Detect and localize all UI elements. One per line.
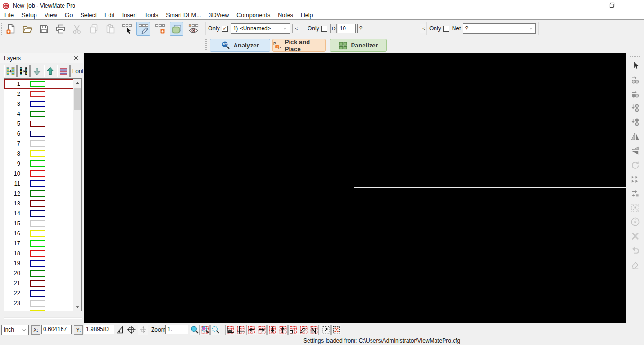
zoom-window-button[interactable] — [210, 325, 220, 335]
highlight-window-button[interactable] — [331, 325, 341, 335]
layer-row-20[interactable]: 20 — [4, 268, 73, 278]
menu-item-notes[interactable]: Notes — [274, 11, 297, 20]
layer-color-swatch[interactable] — [30, 230, 45, 237]
only-layer-checkbox[interactable]: ✓ — [222, 26, 228, 32]
x-coordinate-chip[interactable]: X: — [31, 325, 40, 335]
gerber-canvas[interactable] — [84, 53, 626, 323]
layer-row-6[interactable]: 6 — [4, 129, 73, 139]
dcode-chip[interactable]: D — [330, 24, 337, 33]
zoom-input[interactable]: 1. — [165, 325, 188, 334]
layer-row-4[interactable]: 4 — [4, 109, 73, 119]
layer-color-swatch[interactable] — [30, 91, 45, 97]
undo-button[interactable] — [628, 244, 642, 257]
layer-row-3[interactable]: 3 — [4, 99, 73, 109]
pan-up-button[interactable] — [278, 325, 288, 335]
scrollbar-thumb[interactable] — [74, 88, 81, 110]
rotate-button[interactable] — [628, 159, 642, 171]
layer-row-8[interactable]: 8 — [4, 149, 73, 159]
minimize-button[interactable] — [580, 0, 601, 11]
layer-list-scrollbar[interactable] — [73, 79, 81, 311]
menu-item-edit[interactable]: Edit — [100, 11, 118, 20]
menu-item-help[interactable]: Help — [297, 11, 317, 20]
layer-color-swatch[interactable] — [30, 300, 45, 307]
layer-row-13[interactable]: 13 — [4, 198, 73, 208]
frame-origin-button[interactable] — [225, 325, 235, 335]
menu-item-smart-dfm[interactable]: Smart DFM... — [162, 11, 205, 20]
menu-item-insert[interactable]: Insert — [118, 11, 141, 20]
analyzer-button[interactable]: PCB Analyzer — [210, 39, 270, 52]
pointer-button[interactable] — [628, 59, 642, 72]
new-job-button[interactable] — [4, 22, 18, 36]
select-next-button[interactable] — [628, 73, 642, 86]
toolbar-grip[interactable] — [630, 56, 640, 57]
layer-row-22[interactable]: 22 — [4, 288, 73, 298]
x-coordinate-input[interactable]: 0.604167 — [41, 325, 72, 334]
panelizer-button[interactable]: Panelizer — [330, 39, 387, 52]
layer-select-dropdown[interactable]: 1) <Unnamed> — [231, 23, 290, 34]
layer-color-swatch[interactable] — [30, 111, 45, 117]
menu-item-go[interactable]: Go — [61, 11, 77, 20]
menu-item-view[interactable]: View — [41, 11, 61, 20]
layer-row-7[interactable]: 7 — [4, 139, 73, 149]
edit-tool-button[interactable] — [136, 22, 150, 36]
menu-item-components[interactable]: Components — [233, 11, 274, 20]
menu-item-file[interactable]: File — [0, 11, 18, 20]
mirror-vertical-button[interactable] — [628, 144, 642, 157]
angle-measure-button[interactable] — [115, 325, 126, 335]
step-repeat-button[interactable] — [299, 325, 308, 335]
add-tool-button[interactable] — [153, 22, 167, 36]
units-dropdown[interactable]: inch — [1, 325, 29, 335]
select-window-button[interactable] — [321, 325, 331, 335]
layer-tool-button[interactable] — [170, 22, 183, 36]
layer-color-swatch[interactable] — [30, 170, 45, 177]
layer-move-down-button[interactable] — [30, 65, 43, 77]
layer-row-1[interactable]: 1 — [4, 79, 73, 89]
layer-table-button[interactable] — [57, 65, 70, 77]
step-next-button[interactable] — [628, 173, 642, 186]
zoom-selection-button[interactable] — [200, 325, 210, 335]
only-net-checkbox[interactable]: ✓ — [443, 26, 449, 32]
layer-color-swatch[interactable] — [30, 140, 45, 147]
net-highlight-button[interactable] — [628, 215, 642, 228]
y-coordinate-chip[interactable]: Y: — [74, 325, 83, 335]
step-square-button[interactable] — [288, 325, 298, 335]
layer-color-swatch[interactable] — [30, 121, 45, 127]
layer-remap-button[interactable] — [4, 65, 17, 77]
layer-color-swatch[interactable] — [30, 250, 45, 257]
pan-left-button[interactable] — [246, 325, 256, 335]
layer-color-swatch[interactable] — [30, 310, 45, 312]
menu-item-3dview[interactable]: 3DView — [205, 11, 233, 20]
net-select-dropdown[interactable]: ? — [463, 23, 536, 34]
eraser-button[interactable] — [628, 258, 642, 271]
toolbar-grip[interactable] — [1, 23, 2, 35]
layer-color-swatch[interactable] — [30, 260, 45, 267]
font-button[interactable]: Font — [70, 65, 85, 77]
pan-down-button[interactable] — [267, 325, 277, 335]
layer-color-swatch[interactable] — [30, 220, 45, 227]
close-button[interactable] — [623, 0, 644, 11]
layer-color-swatch[interactable] — [30, 270, 45, 277]
paste-button[interactable] — [103, 22, 117, 36]
layer-remap-all-button[interactable] — [17, 65, 30, 77]
layer-color-swatch[interactable] — [30, 131, 45, 137]
origin-target-button[interactable] — [126, 325, 136, 335]
layer-row-12[interactable]: 12 — [4, 188, 73, 198]
dcode-filter-field[interactable]: ? — [357, 24, 417, 33]
open-button[interactable] — [20, 22, 34, 36]
step-n-button[interactable] — [309, 325, 319, 335]
move-selection-button[interactable] — [628, 187, 642, 200]
layer-color-swatch[interactable] — [30, 290, 45, 297]
layer-row-18[interactable]: 18 — [4, 248, 73, 258]
layer-row-16[interactable]: 16 — [4, 228, 73, 238]
only-dcode-checkbox[interactable]: ✓ — [321, 26, 327, 32]
mirror-horizontal-button[interactable] — [628, 130, 642, 143]
menu-item-tools[interactable]: Tools — [141, 11, 162, 20]
grid-axes-button[interactable] — [236, 325, 245, 335]
layer-color-swatch[interactable] — [30, 200, 45, 207]
menu-item-setup[interactable]: Setup — [18, 11, 41, 20]
relative-origin-button[interactable] — [138, 325, 148, 335]
menu-item-select[interactable]: Select — [76, 11, 100, 20]
pan-right-button[interactable] — [257, 325, 267, 335]
fit-selection-button[interactable] — [628, 201, 642, 214]
layer-row-19[interactable]: 19 — [4, 258, 73, 268]
